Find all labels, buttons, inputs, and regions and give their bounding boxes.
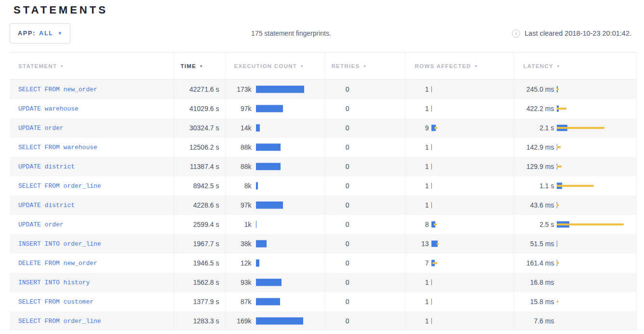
mean-bar (256, 143, 281, 151)
retries-cell: 0 (324, 195, 405, 215)
execution-count-value: 14k (226, 124, 252, 132)
latency-value: 1.1 s (514, 182, 554, 190)
statement-link[interactable]: UPDATE warehouse (18, 105, 79, 112)
rows-affected-cell: 1 (405, 138, 513, 157)
mean-bar (431, 318, 432, 324)
latency-cell: 2.5 s (513, 215, 636, 234)
statement-link[interactable]: SELECT FROM customer (18, 298, 94, 306)
statement-cell: SELECT FROM order_line (10, 176, 174, 195)
statement-link[interactable]: INSERT INTO history (18, 279, 90, 286)
statement-link[interactable]: SELECT FROM order_line (18, 318, 101, 325)
statement-cell: DELETE FROM new_order (10, 253, 174, 273)
statement-link[interactable]: UPDATE district (18, 163, 75, 170)
chevron-down-icon: ▼ (58, 31, 62, 36)
mean-bar (431, 144, 432, 150)
statement-link[interactable]: SELECT FROM new_order (18, 86, 97, 93)
latency-value: 2.1 s (514, 124, 554, 132)
execution-count-bar (256, 259, 324, 267)
app-filter-dropdown[interactable]: APP: ALL ▼ (10, 23, 70, 43)
mean-bar (557, 240, 558, 247)
statement-cell: SELECT FROM new_order (10, 80, 174, 99)
rows-affected-value: 1 (406, 278, 429, 286)
time-cell: 1562.8 s (174, 273, 225, 292)
statement-cell: SELECT FROM order_line (10, 311, 174, 331)
stddev-bar (557, 127, 605, 129)
retries-value: 0 (325, 85, 349, 93)
latency-cell: 43.6 ms (513, 195, 636, 215)
rows-affected-cell: 1 (405, 195, 513, 215)
statement-cell: UPDATE order (10, 118, 174, 138)
latency-bar (557, 85, 636, 94)
rows-affected-value: 9 (406, 124, 429, 132)
retries-value: 0 (325, 298, 349, 306)
stddev-bar (557, 204, 559, 206)
execution-count-bar (256, 143, 324, 152)
latency-cell: 422.2 ms (513, 99, 636, 118)
execution-count-bar (256, 85, 324, 94)
execution-count-bar (256, 162, 324, 171)
stddev-bar (557, 108, 566, 110)
retries-value: 0 (325, 240, 349, 248)
latency-cell: 51.5 ms (513, 234, 636, 253)
table-row: INSERT INTO history1562.8 s93k0116.8 ms (10, 273, 636, 292)
execution-count-value: 88k (226, 143, 252, 151)
stddev-bar (432, 262, 437, 264)
table-row: UPDATE order2599.4 s1k082.5 s (10, 215, 636, 234)
app-filter-label: APP: (18, 30, 36, 37)
latency-cell: 7.6 ms (513, 311, 636, 331)
rows-affected-value: 1 (406, 201, 429, 209)
retries-value: 0 (325, 163, 349, 170)
sort-arrow-icon (196, 63, 203, 69)
statement-link[interactable]: UPDATE district (18, 202, 75, 209)
rows-affected-bar (431, 104, 513, 113)
time-cell: 1967.7 s (174, 234, 225, 253)
table-row: INSERT INTO order_line1967.7 s38k01351.5… (10, 234, 636, 253)
statement-link[interactable]: SELECT FROM warehouse (18, 144, 97, 151)
rows-affected-value: 1 (406, 85, 429, 93)
statement-link[interactable]: UPDATE order (18, 125, 64, 132)
statements-table: STATEMENT TIME EXECUTION COUNT RETRIES R… (10, 52, 637, 331)
execution-count-bar (256, 181, 324, 190)
last-cleared: i Last cleared 2018-10-23 20:01:42. (512, 29, 634, 38)
retries-cell: 0 (324, 138, 405, 157)
execution-count-value: 97k (226, 105, 252, 112)
latency-value: 142.9 ms (514, 143, 554, 151)
rows-affected-value: 1 (406, 298, 429, 306)
mean-bar (431, 279, 432, 285)
rows-affected-cell: 9 (405, 118, 513, 138)
column-header-execution-count[interactable]: EXECUTION COUNT (225, 53, 324, 80)
time-cell: 1946.5 s (174, 253, 225, 273)
column-header-time[interactable]: TIME (174, 53, 225, 80)
rows-affected-bar (431, 143, 513, 152)
retries-cell: 0 (324, 176, 405, 195)
statement-cell: INSERT INTO history (10, 273, 174, 292)
rows-affected-bar (431, 259, 513, 267)
statement-link[interactable]: UPDATE order (18, 221, 64, 228)
statement-link[interactable]: DELETE FROM new_order (18, 260, 97, 267)
statement-link[interactable]: INSERT INTO order_line (18, 240, 101, 248)
table-row: UPDATE order30324.7 s14k092.1 s (10, 118, 636, 138)
column-header-latency[interactable]: LATENCY (513, 53, 636, 80)
rows-affected-bar (431, 317, 513, 325)
stddev-bar (437, 243, 439, 245)
latency-value: 15.8 ms (514, 298, 554, 306)
rows-affected-bar (431, 162, 513, 171)
time-cell: 41029.6 s (174, 99, 225, 118)
time-cell: 42271.6 s (174, 80, 225, 99)
retries-cell: 0 (324, 311, 405, 331)
column-header-statement[interactable]: STATEMENT (10, 53, 174, 80)
stddev-bar (434, 223, 437, 225)
column-header-retries[interactable]: RETRIES (324, 53, 405, 80)
latency-value: 161.4 ms (514, 259, 554, 267)
info-icon[interactable]: i (512, 29, 520, 38)
column-header-rows-affected[interactable]: ROWS AFFECTED (405, 53, 513, 80)
execution-count-value: 38k (226, 240, 252, 248)
execution-count-cell: 173k (225, 80, 324, 99)
rows-affected-value: 1 (406, 163, 429, 170)
latency-value: 51.5 ms (514, 240, 554, 248)
latency-cell: 2.1 s (513, 118, 636, 138)
statement-link[interactable]: SELECT FROM order_line (18, 182, 101, 190)
execution-count-cell: 88k (225, 157, 324, 176)
time-cell: 12506.2 s (174, 138, 225, 157)
latency-bar (557, 181, 636, 190)
